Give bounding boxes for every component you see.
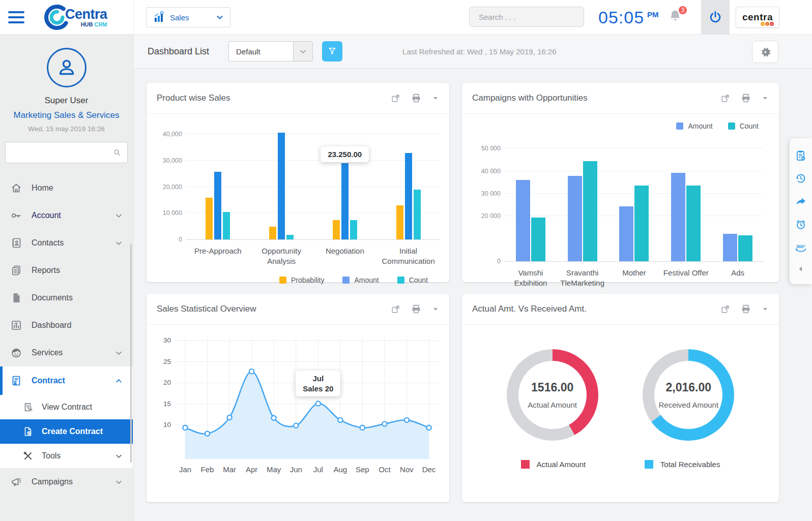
chart-legend: AmountCount xyxy=(505,122,764,130)
sidebar-item-create-contract[interactable]: Create Contract xyxy=(0,419,133,444)
print-icon[interactable] xyxy=(411,93,422,104)
donut-gauge: 2,016.00Received Amount xyxy=(643,349,734,441)
right-quick-toolbar: 360° xyxy=(790,138,812,284)
bar xyxy=(583,161,597,261)
sidebar-item-contacts[interactable]: Contacts xyxy=(0,229,133,257)
count-legend-swatch xyxy=(397,277,404,284)
sidebar-item-dashboard[interactable]: Dashboard xyxy=(0,312,133,339)
bar xyxy=(333,220,340,239)
card-header: Actual Amt. Vs Received Amt. xyxy=(462,294,779,325)
data-point xyxy=(294,423,298,428)
bar xyxy=(738,235,752,261)
rotate-360-icon[interactable]: 360° xyxy=(794,242,807,254)
notification-badge: 3 xyxy=(678,5,688,15)
line-plot xyxy=(175,338,439,459)
y-axis-tick: 0 xyxy=(153,236,182,243)
bar-group xyxy=(186,129,250,239)
chevron-up-icon xyxy=(115,377,123,385)
services-face-icon xyxy=(10,347,22,359)
bar-group xyxy=(250,129,313,239)
centra-brand-logo: centra h c m xyxy=(736,7,779,28)
svg-text:360°: 360° xyxy=(796,244,806,249)
alarm-clock-icon[interactable] xyxy=(795,219,807,231)
sidebar-item-campaigns[interactable]: Campaigns xyxy=(0,468,133,496)
dashboard-view-select[interactable]: Default xyxy=(228,41,313,62)
caret-down-icon[interactable] xyxy=(762,95,769,102)
y-axis-tick: 25 xyxy=(150,358,171,365)
bars xyxy=(723,137,752,261)
campaigns-opportunities-chart: AmountCount020 00030 00040 00050 000Vams… xyxy=(462,122,779,289)
module-select[interactable]: Sales xyxy=(146,7,230,27)
logout-button[interactable] xyxy=(701,0,730,35)
legend-swatch xyxy=(645,460,653,469)
sidebar-item-tools[interactable]: Tools xyxy=(0,444,133,468)
clipboard-check-icon[interactable] xyxy=(795,149,807,162)
card-title: Sales Statistical Overview xyxy=(157,304,391,314)
export-icon[interactable] xyxy=(391,304,400,314)
x-axis-labels: Vamshi ExbihitionSravanthi TleMarketingM… xyxy=(505,262,764,289)
filter-button[interactable] xyxy=(322,41,342,62)
bar-chart: 010.00020,00030,00040,000Pre-ApproachOpp… xyxy=(147,129,449,284)
caret-down-icon[interactable] xyxy=(432,305,439,313)
bar xyxy=(686,186,701,262)
print-icon[interactable] xyxy=(740,303,751,315)
notifications-button[interactable]: 3 xyxy=(668,8,686,26)
user-icon xyxy=(55,56,78,79)
bar xyxy=(350,220,357,239)
caret-down-icon[interactable] xyxy=(762,305,769,313)
chevron-down-icon xyxy=(115,452,123,460)
bars xyxy=(269,129,294,239)
sidebar-item-account[interactable]: Account xyxy=(0,202,133,229)
history-icon[interactable] xyxy=(795,172,807,185)
card-title: Campaigns with Opportunities xyxy=(472,93,720,103)
bar xyxy=(723,234,737,261)
dashboard-header-bar: Dashboard List Default Last Refreshed at… xyxy=(133,35,812,69)
data-point xyxy=(404,418,409,422)
share-icon[interactable] xyxy=(795,196,807,208)
card-header: Product wise Sales xyxy=(147,83,449,114)
sidebar-item-reports[interactable]: Reports xyxy=(0,257,133,284)
sidebar-item-services[interactable]: Services xyxy=(0,339,133,366)
product-wise-sales-chart: 010.00020,00030,00040,000Pre-ApproachOpp… xyxy=(147,129,449,284)
export-icon[interactable] xyxy=(720,304,730,314)
legend-label: Amount xyxy=(354,276,379,284)
hamburger-menu-icon[interactable] xyxy=(8,11,24,23)
legend-item: Probability xyxy=(279,276,324,284)
bar xyxy=(286,235,294,239)
actual-vs-received-chart: 1516.00Actual Amount2,016.00Received Amo… xyxy=(462,349,779,469)
global-search-input[interactable] xyxy=(479,13,580,21)
plot-area: 020 00030 00040 00050 000 xyxy=(505,137,764,262)
print-icon[interactable] xyxy=(411,303,422,315)
amount-legend-swatch xyxy=(342,277,350,284)
sidebar-item-view-contract[interactable]: View Contract xyxy=(0,395,133,419)
logo-brand-text: Centra xyxy=(65,8,107,21)
sidebar-item-documents[interactable]: Documents xyxy=(0,284,133,312)
x-axis-label: Feb xyxy=(201,465,214,474)
export-icon[interactable] xyxy=(720,94,730,103)
bar xyxy=(405,153,412,240)
chevron-down-icon xyxy=(115,478,123,486)
sidebar-search-input[interactable] xyxy=(12,148,113,157)
home-icon xyxy=(10,182,22,194)
sidebar-item-contract[interactable]: Contract xyxy=(0,366,133,395)
profile-role[interactable]: Marketing Sales & Services xyxy=(0,110,133,120)
x-axis-label: Opportunity Analysis xyxy=(250,240,313,267)
search-icon xyxy=(113,147,121,158)
sidebar-scrollbar[interactable] xyxy=(130,244,132,463)
sidebar-item-home[interactable]: Home xyxy=(0,174,133,202)
x-axis-label: Sravanthi TleMarketing xyxy=(557,262,608,289)
chevron-down-icon xyxy=(115,212,123,220)
print-icon[interactable] xyxy=(740,93,751,104)
legend-swatch xyxy=(521,460,530,469)
export-icon[interactable] xyxy=(391,94,400,103)
card-header: Campaigns with Opportunities xyxy=(462,83,779,114)
collapse-left-icon[interactable] xyxy=(797,265,805,273)
document-icon xyxy=(10,292,22,304)
module-select-value: Sales xyxy=(170,13,216,22)
sales-chart-icon xyxy=(153,11,165,23)
caret-down-icon[interactable] xyxy=(432,95,439,102)
card-header: Sales Statistical Overview xyxy=(147,294,449,325)
dashboard-settings-button[interactable] xyxy=(752,41,778,63)
x-axis-label: Dec xyxy=(422,465,436,474)
count-legend-swatch xyxy=(728,122,735,130)
